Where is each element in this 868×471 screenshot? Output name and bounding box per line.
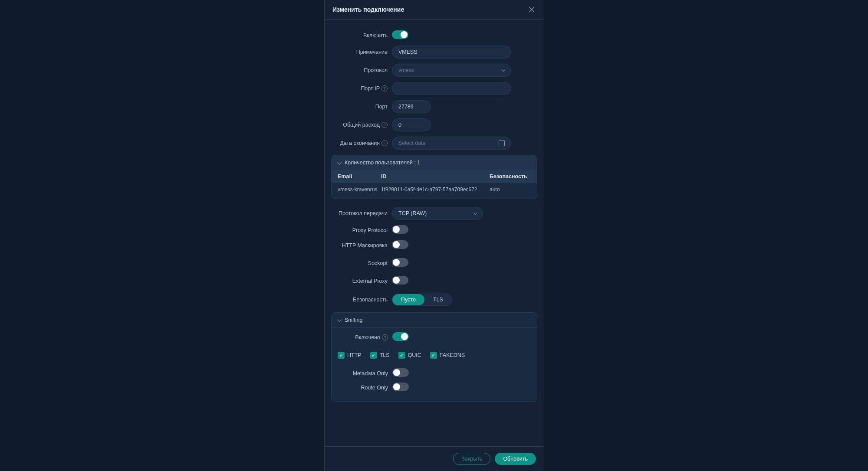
modal-header: Изменить подключение — [325, 0, 544, 20]
cell-id: 1f829011-0a5f-4e1c-a797-57aa709ec672 — [381, 186, 490, 193]
transport-select[interactable]: TCP (RAW) — [392, 207, 483, 220]
col-id-header: ID — [381, 173, 490, 180]
chevron-down-icon — [473, 211, 477, 214]
check-icon: ✓ — [430, 352, 437, 359]
users-panel: Количество пользователей : 1 Email ID Бе… — [331, 155, 537, 199]
modal-footer: Закрыть Обновить — [325, 446, 544, 471]
col-security-header: Безопасность — [490, 173, 531, 180]
expiry-input[interactable]: Select date — [392, 137, 511, 150]
sniff-protocols-row: ✓ HTTP ✓ TLS ✓ QUIC ✓ FAKEDNS — [332, 347, 537, 364]
security-empty-option[interactable]: Пусто — [392, 294, 424, 305]
total-label: Общий расход — [343, 122, 380, 128]
info-icon[interactable]: ? — [381, 140, 388, 146]
protocol-select[interactable]: vmess — [392, 64, 511, 77]
info-icon[interactable]: ? — [382, 334, 388, 340]
sniff-http-checkbox[interactable]: ✓ HTTP — [338, 352, 362, 359]
sniffing-title: Sniffing — [345, 317, 362, 323]
enable-toggle[interactable] — [392, 30, 408, 39]
protocol-label: Протокол — [331, 67, 392, 73]
total-input[interactable] — [392, 118, 431, 131]
check-icon: ✓ — [338, 352, 345, 359]
users-table-head: Email ID Безопасность — [332, 170, 537, 183]
sockopt-toggle[interactable] — [392, 258, 408, 267]
external-proxy-toggle[interactable] — [392, 276, 408, 285]
port-label: Порт — [331, 104, 392, 110]
security-label: Безопасность — [331, 297, 392, 303]
expiry-label: Дата окончания — [340, 140, 380, 146]
sockopt-label: Sockopt — [331, 260, 392, 266]
note-label: Примечание — [331, 49, 392, 55]
info-icon[interactable]: ? — [381, 85, 388, 92]
info-icon[interactable]: ? — [381, 122, 388, 128]
close-footer-button[interactable]: Закрыть — [453, 453, 490, 465]
route-only-label: Route Only — [332, 385, 392, 391]
transport-label: Протокол передачи — [331, 210, 392, 216]
sniffing-panel: Sniffing Включено ? ✓ HTTP ✓ — [331, 312, 537, 402]
external-proxy-label: External Proxy — [331, 278, 392, 284]
route-only-toggle[interactable] — [392, 383, 409, 391]
port-input[interactable] — [392, 100, 431, 113]
http-mask-label: HTTP Маскировка — [331, 242, 392, 249]
protocol-value: vmess — [398, 67, 414, 73]
edit-connection-modal: Изменить подключение Включить Примечание… — [324, 0, 544, 471]
sniff-enabled-toggle[interactable] — [392, 332, 409, 341]
sniff-fakedns-checkbox[interactable]: ✓ FAKEDNS — [430, 352, 465, 359]
security-segment: Пусто TLS — [392, 294, 452, 306]
close-button[interactable] — [527, 5, 536, 14]
ip-port-label: Порт IP — [361, 85, 380, 92]
modal-body: Включить Примечание Протокол vmess Порт … — [325, 20, 544, 446]
proxy-protocol-label: Proxy Protocol — [331, 227, 392, 233]
security-tls-option[interactable]: TLS — [424, 294, 452, 305]
note-input[interactable] — [392, 46, 511, 59]
users-panel-title: Количество пользователей : 1 — [345, 160, 420, 166]
sniff-quic-checkbox[interactable]: ✓ QUIC — [398, 352, 421, 359]
ip-port-input[interactable] — [392, 82, 511, 95]
users-panel-header[interactable]: Количество пользователей : 1 — [332, 155, 537, 170]
proxy-protocol-toggle[interactable] — [392, 225, 408, 234]
transport-value: TCP (RAW) — [398, 210, 427, 216]
sniff-tls-checkbox[interactable]: ✓ TLS — [370, 352, 390, 359]
enable-label: Включить — [331, 33, 392, 39]
col-email-header: Email — [338, 173, 381, 180]
check-icon: ✓ — [370, 352, 377, 359]
modal-title: Изменить подключение — [332, 6, 404, 13]
check-icon: ✓ — [398, 352, 405, 359]
chevron-down-icon — [337, 317, 342, 322]
calendar-icon — [499, 140, 505, 146]
expiry-placeholder: Select date — [398, 140, 426, 146]
metadata-only-toggle[interactable] — [392, 368, 409, 377]
chevron-down-icon — [502, 68, 505, 71]
sniff-enabled-label: Включено — [355, 334, 380, 340]
cell-security: auto — [490, 186, 531, 193]
table-row: vmess-kravenrus 1f829011-0a5f-4e1c-a797-… — [332, 183, 537, 199]
http-mask-toggle[interactable] — [392, 240, 408, 249]
metadata-only-label: Metadata Only — [332, 370, 392, 376]
chevron-down-icon — [337, 160, 342, 164]
update-button[interactable]: Обновить — [495, 453, 536, 465]
sniffing-header[interactable]: Sniffing — [332, 313, 537, 328]
close-icon — [529, 7, 535, 13]
cell-email: vmess-kravenrus — [338, 186, 381, 193]
